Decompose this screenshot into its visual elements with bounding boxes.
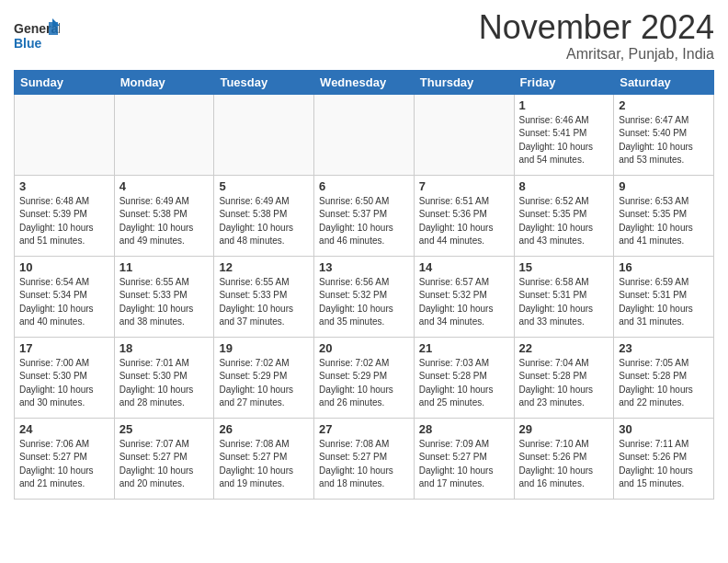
calendar-week-row: 1Sunrise: 6:46 AMSunset: 5:41 PMDaylight…	[15, 94, 714, 175]
calendar-cell: 4Sunrise: 6:49 AMSunset: 5:38 PMDaylight…	[114, 175, 214, 256]
calendar-cell: 11Sunrise: 6:55 AMSunset: 5:33 PMDayligh…	[114, 256, 214, 337]
calendar-cell	[414, 94, 514, 175]
day-number: 26	[219, 422, 309, 436]
calendar-table: SundayMondayTuesdayWednesdayThursdayFrid…	[14, 70, 714, 500]
day-info: Sunrise: 7:02 AMSunset: 5:29 PMDaylight:…	[319, 357, 409, 410]
day-info: Sunrise: 7:10 AMSunset: 5:26 PMDaylight:…	[519, 438, 609, 491]
day-number: 2	[619, 98, 709, 112]
day-info: Sunrise: 6:59 AMSunset: 5:31 PMDaylight:…	[619, 276, 709, 329]
logo: General Blue	[14, 17, 60, 55]
calendar-cell: 18Sunrise: 7:01 AMSunset: 5:30 PMDayligh…	[114, 337, 214, 418]
day-number: 21	[419, 341, 509, 355]
calendar-cell: 23Sunrise: 7:05 AMSunset: 5:28 PMDayligh…	[614, 337, 714, 418]
day-info: Sunrise: 7:09 AMSunset: 5:27 PMDaylight:…	[419, 438, 509, 491]
calendar-cell: 13Sunrise: 6:56 AMSunset: 5:32 PMDayligh…	[314, 256, 415, 337]
calendar-cell: 25Sunrise: 7:07 AMSunset: 5:27 PMDayligh…	[114, 418, 214, 499]
day-number: 11	[119, 260, 210, 274]
day-info: Sunrise: 6:49 AMSunset: 5:38 PMDaylight:…	[119, 195, 210, 248]
calendar-cell: 6Sunrise: 6:50 AMSunset: 5:37 PMDaylight…	[314, 175, 415, 256]
day-info: Sunrise: 6:58 AMSunset: 5:31 PMDaylight:…	[519, 276, 609, 329]
day-number: 29	[519, 422, 609, 436]
day-info: Sunrise: 7:08 AMSunset: 5:27 PMDaylight:…	[219, 438, 309, 491]
calendar-week-row: 17Sunrise: 7:00 AMSunset: 5:30 PMDayligh…	[15, 337, 714, 418]
day-number: 7	[419, 179, 509, 193]
day-info: Sunrise: 7:11 AMSunset: 5:26 PMDaylight:…	[619, 438, 709, 491]
calendar-cell: 19Sunrise: 7:02 AMSunset: 5:29 PMDayligh…	[214, 337, 314, 418]
day-info: Sunrise: 6:53 AMSunset: 5:35 PMDaylight:…	[619, 195, 709, 248]
day-number: 23	[619, 341, 709, 355]
logo-icon: General Blue	[14, 17, 60, 55]
day-number: 4	[119, 179, 210, 193]
day-number: 22	[519, 341, 609, 355]
day-info: Sunrise: 6:55 AMSunset: 5:33 PMDaylight:…	[119, 276, 210, 329]
day-info: Sunrise: 7:04 AMSunset: 5:28 PMDaylight:…	[519, 357, 609, 410]
day-info: Sunrise: 7:07 AMSunset: 5:27 PMDaylight:…	[119, 438, 210, 491]
calendar-cell: 28Sunrise: 7:09 AMSunset: 5:27 PMDayligh…	[414, 418, 514, 499]
weekday-header: Friday	[514, 70, 614, 94]
day-number: 5	[219, 179, 309, 193]
header: General Blue November 2024 Amritsar, Pun…	[14, 9, 714, 63]
day-number: 13	[319, 260, 409, 274]
day-number: 27	[319, 422, 409, 436]
calendar-cell: 2Sunrise: 6:47 AMSunset: 5:40 PMDaylight…	[614, 94, 714, 175]
day-number: 14	[419, 260, 509, 274]
day-number: 8	[519, 179, 609, 193]
day-info: Sunrise: 6:47 AMSunset: 5:40 PMDaylight:…	[619, 114, 709, 167]
weekday-header: Wednesday	[314, 70, 415, 94]
day-number: 18	[119, 341, 210, 355]
day-info: Sunrise: 7:02 AMSunset: 5:29 PMDaylight:…	[219, 357, 309, 410]
day-number: 16	[619, 260, 709, 274]
calendar-cell: 26Sunrise: 7:08 AMSunset: 5:27 PMDayligh…	[214, 418, 314, 499]
calendar-cell: 29Sunrise: 7:10 AMSunset: 5:26 PMDayligh…	[514, 418, 614, 499]
calendar-cell: 22Sunrise: 7:04 AMSunset: 5:28 PMDayligh…	[514, 337, 614, 418]
calendar-cell: 17Sunrise: 7:00 AMSunset: 5:30 PMDayligh…	[15, 337, 115, 418]
day-number: 30	[619, 422, 709, 436]
calendar-cell: 21Sunrise: 7:03 AMSunset: 5:28 PMDayligh…	[414, 337, 514, 418]
day-info: Sunrise: 6:46 AMSunset: 5:41 PMDaylight:…	[519, 114, 609, 167]
calendar-cell: 24Sunrise: 7:06 AMSunset: 5:27 PMDayligh…	[15, 418, 115, 499]
weekday-header: Monday	[114, 70, 214, 94]
calendar-week-row: 3Sunrise: 6:48 AMSunset: 5:39 PMDaylight…	[15, 175, 714, 256]
weekday-header: Sunday	[15, 70, 115, 94]
calendar-cell: 15Sunrise: 6:58 AMSunset: 5:31 PMDayligh…	[514, 256, 614, 337]
calendar-cell: 7Sunrise: 6:51 AMSunset: 5:36 PMDaylight…	[414, 175, 514, 256]
day-number: 17	[19, 341, 109, 355]
day-number: 24	[19, 422, 109, 436]
month-title: November 2024	[479, 9, 714, 46]
day-number: 15	[519, 260, 609, 274]
calendar-week-row: 24Sunrise: 7:06 AMSunset: 5:27 PMDayligh…	[15, 418, 714, 499]
day-info: Sunrise: 7:01 AMSunset: 5:30 PMDaylight:…	[119, 357, 210, 410]
day-info: Sunrise: 7:03 AMSunset: 5:28 PMDaylight:…	[419, 357, 509, 410]
calendar-cell: 8Sunrise: 6:52 AMSunset: 5:35 PMDaylight…	[514, 175, 614, 256]
day-info: Sunrise: 6:52 AMSunset: 5:35 PMDaylight:…	[519, 195, 609, 248]
calendar-cell: 20Sunrise: 7:02 AMSunset: 5:29 PMDayligh…	[314, 337, 415, 418]
day-info: Sunrise: 6:51 AMSunset: 5:36 PMDaylight:…	[419, 195, 509, 248]
calendar-cell: 10Sunrise: 6:54 AMSunset: 5:34 PMDayligh…	[15, 256, 115, 337]
weekday-header: Thursday	[414, 70, 514, 94]
calendar-cell	[114, 94, 214, 175]
day-number: 1	[519, 98, 609, 112]
calendar-cell: 9Sunrise: 6:53 AMSunset: 5:35 PMDaylight…	[614, 175, 714, 256]
day-number: 12	[219, 260, 309, 274]
page: General Blue November 2024 Amritsar, Pun…	[0, 0, 728, 513]
calendar-cell: 3Sunrise: 6:48 AMSunset: 5:39 PMDaylight…	[15, 175, 115, 256]
calendar-cell	[214, 94, 314, 175]
day-info: Sunrise: 6:56 AMSunset: 5:32 PMDaylight:…	[319, 276, 409, 329]
weekday-header: Saturday	[614, 70, 714, 94]
weekday-header: Tuesday	[214, 70, 314, 94]
day-info: Sunrise: 6:54 AMSunset: 5:34 PMDaylight:…	[19, 276, 109, 329]
calendar-cell: 27Sunrise: 7:08 AMSunset: 5:27 PMDayligh…	[314, 418, 415, 499]
title-block: November 2024 Amritsar, Punjab, India	[479, 9, 714, 63]
calendar-cell: 12Sunrise: 6:55 AMSunset: 5:33 PMDayligh…	[214, 256, 314, 337]
calendar-header-row: SundayMondayTuesdayWednesdayThursdayFrid…	[15, 70, 714, 94]
day-number: 19	[219, 341, 309, 355]
location: Amritsar, Punjab, India	[479, 46, 714, 63]
day-info: Sunrise: 7:08 AMSunset: 5:27 PMDaylight:…	[319, 438, 409, 491]
calendar-cell	[314, 94, 415, 175]
day-number: 3	[19, 179, 109, 193]
svg-text:Blue: Blue	[14, 36, 42, 51]
day-number: 25	[119, 422, 210, 436]
calendar-cell	[15, 94, 115, 175]
day-info: Sunrise: 7:05 AMSunset: 5:28 PMDaylight:…	[619, 357, 709, 410]
day-info: Sunrise: 7:06 AMSunset: 5:27 PMDaylight:…	[19, 438, 109, 491]
